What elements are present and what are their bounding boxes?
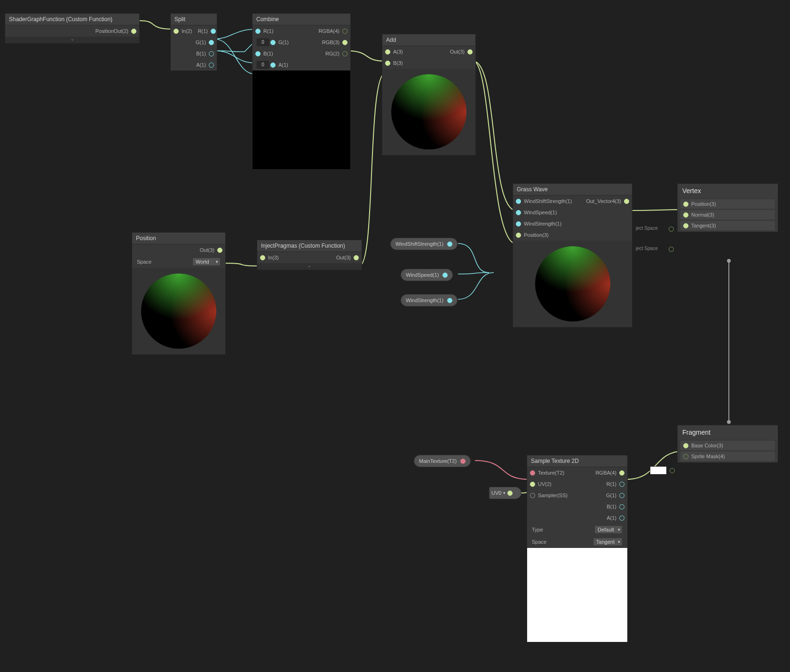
preview-sphere [513, 241, 632, 327]
slot-spritemask[interactable]: Sprite Mask(4) [680, 452, 775, 461]
color-swatch[interactable] [650, 466, 667, 475]
node-injectpragmas[interactable]: InjectPragmas (Custom Function) In(3) Ou… [257, 240, 362, 270]
node-shadergraphfunction[interactable]: ShaderGraphFunction (Custom Function) Po… [5, 13, 140, 44]
slot-normal[interactable]: Normal(3) [680, 210, 775, 219]
svg-point-0 [727, 259, 731, 263]
collapse-toggle[interactable]: ⌄ [257, 263, 362, 270]
property-windshiftstrength[interactable]: WindShiftStrength(1) [390, 238, 458, 250]
property-windstrength[interactable]: WindStrength(1) [401, 294, 458, 306]
dropdown-uv[interactable]: UV0▾ [489, 487, 521, 499]
input-a[interactable]: 0 [257, 61, 269, 69]
slot-position[interactable]: Position(3) [680, 199, 775, 209]
dropdown-type[interactable]: Default [594, 525, 623, 534]
master-vertex[interactable]: Vertex Position(3) Normal(3) Tangent(3) [677, 183, 778, 232]
node-grasswave[interactable]: Grass Wave WindShiftStrength(1) Out_Vect… [513, 183, 632, 328]
svg-point-1 [727, 420, 731, 424]
slot-basecolor[interactable]: Base Color(3) [680, 441, 775, 450]
node-combine[interactable]: Combine R(1) RGBA(4) 0 G(1) RGB(3) B(1) … [252, 13, 351, 170]
preview-sphere [382, 69, 475, 155]
preview-white [527, 548, 627, 642]
collapse-toggle[interactable]: ⌄ [5, 37, 139, 43]
port-out[interactable] [131, 29, 136, 34]
property-windspeed[interactable]: WindSpeed(1) [401, 269, 453, 281]
dropdown-space[interactable]: Tangent [593, 538, 623, 546]
node-sampletexture2d[interactable]: Sample Texture 2D Texture(T2) RGBA(4) UV… [527, 455, 628, 642]
property-maintexture[interactable]: MainTexture(T2) [414, 455, 471, 467]
slot-tangent[interactable]: Tangent(3) [680, 221, 775, 230]
input-g[interactable]: 0 [257, 39, 269, 46]
node-title: ShaderGraphFunction (Custom Function) [5, 14, 139, 25]
node-split[interactable]: Split In(2) R(1) G(1) B(1) A(1) [170, 13, 217, 71]
node-position[interactable]: Position Out(3) Space World [132, 232, 226, 355]
port-in[interactable] [174, 29, 179, 34]
preview-black [253, 70, 350, 169]
node-add[interactable]: Add A(3) Out(3) B(3) [382, 34, 476, 156]
master-fragment[interactable]: Fragment Base Color(3) Sprite Mask(4) [677, 425, 778, 463]
dropdown-space[interactable]: World [192, 258, 221, 266]
preview-sphere [132, 268, 225, 354]
